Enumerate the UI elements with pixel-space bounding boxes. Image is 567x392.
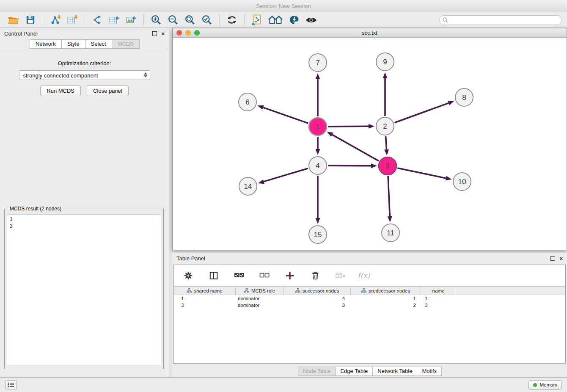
cell-name[interactable]: 1 <box>421 295 456 302</box>
tab-network[interactable]: Network <box>30 39 62 49</box>
edge-4-14[interactable] <box>264 168 308 182</box>
mcds-result-list[interactable]: 1 3 <box>7 214 161 365</box>
network-window-titlebar[interactable]: × − + scc.txt <box>173 28 567 38</box>
network-canvas[interactable]: 7968124314101511 <box>173 38 567 250</box>
select-stepper-icon <box>144 72 147 77</box>
show-columns-icon[interactable] <box>207 270 220 282</box>
column-label: shared name <box>194 288 222 293</box>
network-window-title: scc.txt <box>362 30 377 36</box>
cell-mcds-role[interactable]: dominator <box>236 295 284 302</box>
edge-3-10[interactable] <box>397 168 446 178</box>
table-row[interactable]: 1 dominator 4 1 1 <box>174 295 565 302</box>
edge-2-8[interactable] <box>395 103 449 122</box>
edge-arrowhead-4-14 <box>258 179 264 184</box>
edge-3-11[interactable] <box>388 176 390 216</box>
zoom-selected-icon[interactable] <box>201 14 213 26</box>
control-panel-tabs: Network Style Select MCDS <box>0 39 169 49</box>
new-network-icon[interactable] <box>91 14 104 26</box>
node-label-3: 3 <box>385 162 389 170</box>
close-panel-icon[interactable]: × <box>559 256 563 261</box>
column-header-predecessor-nodes[interactable]: predecessor nodes <box>351 287 421 295</box>
cell-name[interactable]: 3 <box>421 302 456 309</box>
edge-3-1[interactable] <box>332 135 379 161</box>
table-panel: Table Panel × <box>172 253 567 377</box>
zoom-in-icon[interactable] <box>150 14 162 26</box>
cell-mcds-role[interactable]: dominator <box>236 302 284 309</box>
home-icon[interactable] <box>267 14 284 26</box>
toolbar-separator <box>244 14 245 25</box>
memory-button[interactable]: Memory <box>528 380 562 390</box>
select-all-rows-icon[interactable] <box>233 270 245 282</box>
delete-columns-trash-icon[interactable] <box>309 270 322 282</box>
table-settings-gear-icon[interactable] <box>182 270 195 282</box>
tab-network-table[interactable]: Network Table <box>372 367 417 376</box>
memory-status-icon <box>533 383 537 387</box>
tab-node-table[interactable]: Node Table <box>298 367 336 376</box>
tab-style[interactable]: Style <box>61 39 85 49</box>
cell-predecessor-nodes[interactable]: 2 <box>351 302 421 309</box>
mcds-result-title: MCDS result (2 nodes) <box>8 206 63 212</box>
run-mcds-button[interactable]: Run MCDS <box>40 86 81 96</box>
column-header-shared-name[interactable]: shared name <box>174 287 236 295</box>
refresh-view-icon[interactable] <box>226 14 238 26</box>
cell-successor-nodes[interactable]: 4 <box>284 295 351 302</box>
close-panel-button[interactable]: Close panel <box>87 86 129 96</box>
table-header-row: shared name MCDS role successor nodes pr… <box>174 286 565 295</box>
optimization-criterion-select[interactable]: strongly connected component <box>19 70 150 80</box>
open-session-icon[interactable] <box>7 14 20 26</box>
tab-motifs[interactable]: Motifs <box>417 367 442 376</box>
import-network-icon[interactable] <box>49 14 62 26</box>
table-row[interactable]: 3 dominator 3 2 3 <box>174 302 565 309</box>
edge-arrowhead-1-2 <box>369 124 374 129</box>
edge-4-3[interactable] <box>328 166 371 166</box>
column-header-name[interactable]: name <box>421 287 456 295</box>
table-panel-header: Table Panel × <box>172 253 567 264</box>
float-panel-icon[interactable] <box>152 31 157 36</box>
new-table-icon[interactable] <box>108 14 121 26</box>
import-table-icon[interactable] <box>66 14 79 26</box>
control-panel-header: Control Panel × <box>0 28 169 39</box>
status-bar: Memory <box>0 377 567 392</box>
node-label-6: 6 <box>245 98 249 106</box>
network-view-window: × − + scc.txt 7968124314101511 <box>172 28 567 250</box>
export-image-icon[interactable] <box>125 14 138 26</box>
save-session-icon[interactable] <box>24 14 37 26</box>
search-field[interactable] <box>439 15 562 25</box>
selected-criterion-value: strongly connected component <box>23 72 98 79</box>
tab-mcds[interactable]: MCDS <box>112 39 140 49</box>
minimize-window-button[interactable]: − <box>185 30 191 36</box>
cell-shared-name[interactable]: 1 <box>174 295 236 302</box>
toolbar-separator <box>43 14 43 25</box>
edge-2-3[interactable] <box>386 136 387 149</box>
edge-arrowhead-2-9 <box>383 72 388 78</box>
column-header-successor-nodes[interactable]: successor nodes <box>284 287 351 295</box>
cell-successor-nodes[interactable]: 3 <box>284 302 351 309</box>
node-label-7: 7 <box>316 59 319 67</box>
close-panel-icon[interactable]: × <box>161 31 165 36</box>
toolbar-separator <box>143 14 144 25</box>
tab-edge-table[interactable]: Edge Table <box>335 367 373 376</box>
zoom-out-icon[interactable] <box>167 14 179 26</box>
show-graphics-details-icon[interactable] <box>305 14 317 26</box>
zoom-window-button[interactable]: + <box>194 30 200 36</box>
column-label: MCDS role <box>251 288 275 293</box>
zoom-fit-icon[interactable] <box>184 14 196 26</box>
deselect-all-rows-icon[interactable] <box>258 270 271 282</box>
search-input[interactable] <box>439 15 562 25</box>
task-history-button[interactable] <box>5 380 17 389</box>
copy-network-icon[interactable] <box>250 14 263 26</box>
tab-select[interactable]: Select <box>85 39 112 49</box>
column-header-mcds-role[interactable]: MCDS role <box>236 287 284 295</box>
list-icon <box>8 382 14 387</box>
apply-style-icon[interactable] <box>288 14 300 26</box>
edge-1-6[interactable] <box>263 108 308 123</box>
close-window-button[interactable]: × <box>176 30 182 36</box>
float-panel-icon[interactable] <box>550 256 555 261</box>
column-label: successor nodes <box>303 288 339 293</box>
create-column-plus-icon[interactable] <box>284 270 296 282</box>
function-builder-fx-label: f(x) <box>358 271 370 280</box>
cell-shared-name[interactable]: 3 <box>174 302 236 309</box>
edge-1-2[interactable] <box>328 126 369 127</box>
node-label-11: 11 <box>387 229 394 237</box>
cell-predecessor-nodes[interactable]: 1 <box>351 295 421 302</box>
